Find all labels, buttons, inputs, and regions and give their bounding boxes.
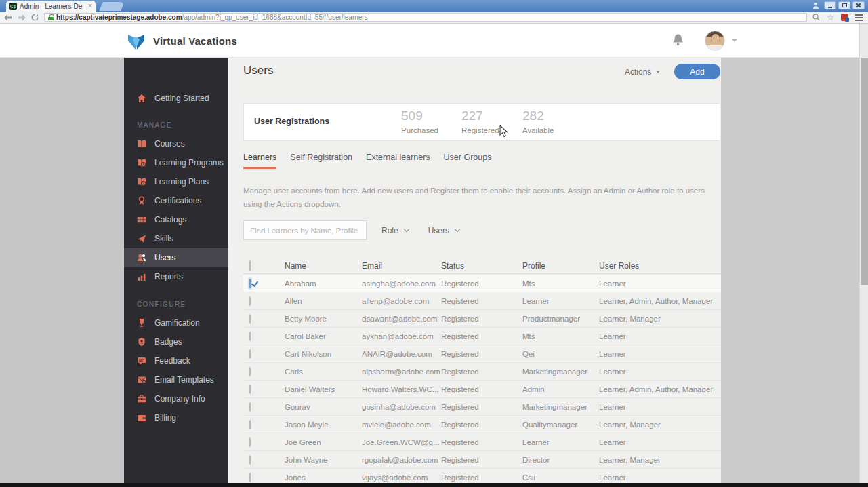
learning-plans-icon xyxy=(137,177,146,187)
row-checkbox[interactable] xyxy=(249,332,251,341)
role-dropdown[interactable]: Role xyxy=(381,226,409,235)
table-row[interactable]: John Wayne rgopalak@adobe.com Registered… xyxy=(243,451,721,469)
wallet-icon xyxy=(137,413,146,423)
tabs: Learners Self Registration External lear… xyxy=(243,153,491,169)
sidebar: Getting Started MANAGE Courses Learning … xyxy=(124,58,228,483)
tab-close-icon[interactable]: × xyxy=(88,3,92,9)
row-checkbox[interactable] xyxy=(249,296,251,306)
profile-icon[interactable] xyxy=(810,1,822,9)
browser-tab[interactable]: Cp Admin - Learners De × xyxy=(6,1,96,12)
app-header: Virtual Vacations xyxy=(0,24,859,58)
chevron-down-icon xyxy=(403,227,409,232)
sidebar-item-gamification[interactable]: Gamification xyxy=(124,313,228,332)
page-title: Users xyxy=(243,64,273,77)
table-row[interactable]: Betty Moore dsawant@adobe.com Registered… xyxy=(243,310,721,328)
sidebar-item-company-info[interactable]: Company Info xyxy=(124,389,228,408)
sidebar-item-reports[interactable]: Reports xyxy=(124,267,228,286)
registrations-title: User Registrations xyxy=(254,117,329,126)
row-checkbox[interactable] xyxy=(249,402,251,412)
users-dropdown[interactable]: Users xyxy=(428,226,459,235)
forward-icon[interactable] xyxy=(18,14,26,21)
close-button[interactable] xyxy=(852,1,865,9)
extension-icon[interactable] xyxy=(841,14,848,21)
briefcase-icon xyxy=(137,394,146,404)
sidebar-item-catalogs[interactable]: Catalogs xyxy=(124,210,228,229)
browser-toolbar: https://captivateprimestage.adobe.com/ap… xyxy=(0,12,868,24)
book-icon xyxy=(137,139,146,149)
certification-icon xyxy=(137,196,146,206)
mouse-cursor xyxy=(499,125,508,140)
tab-external-learners[interactable]: External learners xyxy=(366,153,430,169)
sidebar-item-users[interactable]: Users xyxy=(124,248,228,267)
avatar[interactable] xyxy=(705,31,725,51)
tab-learners[interactable]: Learners xyxy=(243,153,276,169)
tab-title: Admin - Learners De xyxy=(20,3,85,10)
row-checkbox[interactable] xyxy=(249,473,251,482)
sidebar-item-badges[interactable]: Badges xyxy=(124,332,228,351)
brand-logo-icon xyxy=(125,31,147,54)
sidebar-item-certifications[interactable]: Certifications xyxy=(124,191,228,210)
row-checkbox[interactable] xyxy=(249,437,251,447)
scrollbar-track[interactable] xyxy=(859,24,868,483)
sidebar-item-skills[interactable]: Skills xyxy=(124,229,228,248)
user-registrations-card: User Registrations 509 Purchased 227 Reg… xyxy=(243,103,720,141)
stat-purchased: 509 Purchased xyxy=(401,109,438,134)
filter-bar: Role Users xyxy=(243,220,459,240)
scrollbar-thumb[interactable] xyxy=(861,58,868,285)
back-icon[interactable] xyxy=(4,14,12,21)
menu-icon[interactable] xyxy=(855,14,863,21)
sidebar-item-learning-programs[interactable]: Learning Programs xyxy=(124,153,228,172)
row-checkbox[interactable] xyxy=(249,385,251,394)
add-button[interactable]: Add xyxy=(674,64,720,79)
table-row[interactable]: Joe Green Joe.Green.WCW@g... Registered … xyxy=(243,433,721,451)
badge-icon xyxy=(137,337,146,347)
table-row[interactable]: Jason Meyle mvlele@adobe.com Registered … xyxy=(243,416,721,433)
refresh-icon[interactable] xyxy=(31,14,39,21)
row-checkbox[interactable] xyxy=(249,420,251,429)
table-row[interactable]: Allen allenp@adobe.com Registered Learne… xyxy=(243,292,721,310)
row-checkbox[interactable] xyxy=(249,314,251,324)
row-checkbox[interactable] xyxy=(249,455,251,465)
new-tab-button[interactable] xyxy=(99,2,124,11)
sidebar-item-courses[interactable]: Courses xyxy=(124,134,228,153)
bookmark-star-icon[interactable]: ☆ xyxy=(827,14,834,22)
table-row[interactable]: Gourav gosinha@adobe.com Registered Mark… xyxy=(243,398,721,416)
table-body: Abraham asingha@adobe.com Registered Mts… xyxy=(243,275,721,486)
maximize-button[interactable] xyxy=(838,1,850,9)
favicon-icon: Cp xyxy=(9,3,17,10)
left-gutter xyxy=(0,58,124,483)
actions-dropdown[interactable]: Actions xyxy=(625,67,660,77)
search-input[interactable] xyxy=(243,220,367,240)
speech-bubble-icon xyxy=(137,356,146,366)
stat-available: 282 Available xyxy=(522,109,554,134)
browser-tabstrip: Cp Admin - Learners De × xyxy=(0,0,868,12)
table-row[interactable]: Abraham asingha@adobe.com Registered Mts… xyxy=(243,275,721,292)
notification-bell-icon[interactable] xyxy=(672,33,684,50)
table-row[interactable]: Cart Nikolson ANAIR@adobe.com Registered… xyxy=(243,345,721,363)
sidebar-item-billing[interactable]: Billing xyxy=(124,408,228,427)
table-row[interactable]: Carol Baker aykhan@adobe.com Registered … xyxy=(243,328,721,345)
url-bar[interactable]: https://captivateprimestage.adobe.com/ap… xyxy=(44,13,807,22)
table-header: Name Email Status Profile User Roles xyxy=(243,258,721,274)
tab-user-groups[interactable]: User Groups xyxy=(444,153,492,169)
row-checkbox[interactable] xyxy=(249,349,251,359)
minimize-button[interactable] xyxy=(824,1,836,9)
table-row[interactable]: Daniel Walters Howard.Walters.WC... Regi… xyxy=(243,381,721,398)
learning-programs-icon xyxy=(137,158,146,168)
trophy-icon xyxy=(137,318,146,328)
tab-self-registration[interactable]: Self Registration xyxy=(290,153,352,169)
users-icon xyxy=(137,253,146,262)
sidebar-section-configure: CONFIGURE xyxy=(124,294,228,313)
zoom-icon[interactable] xyxy=(812,12,820,24)
sidebar-item-email-templates[interactable]: Email Templates xyxy=(124,370,228,389)
sidebar-item-getting-started[interactable]: Getting Started xyxy=(124,89,228,108)
sidebar-item-feedback[interactable]: Feedback xyxy=(124,351,228,370)
row-checkbox[interactable] xyxy=(249,367,251,376)
avatar-caret-icon[interactable] xyxy=(732,39,737,42)
sidebar-item-learning-plans[interactable]: Learning Plans xyxy=(124,172,228,191)
table-row[interactable]: Chris nipsharm@adobe.com Registered Mark… xyxy=(243,363,721,381)
actions-caret-icon xyxy=(656,71,660,73)
row-checkbox[interactable] xyxy=(249,279,251,288)
select-all-checkbox[interactable] xyxy=(249,260,251,271)
bar-chart-icon xyxy=(137,272,146,281)
